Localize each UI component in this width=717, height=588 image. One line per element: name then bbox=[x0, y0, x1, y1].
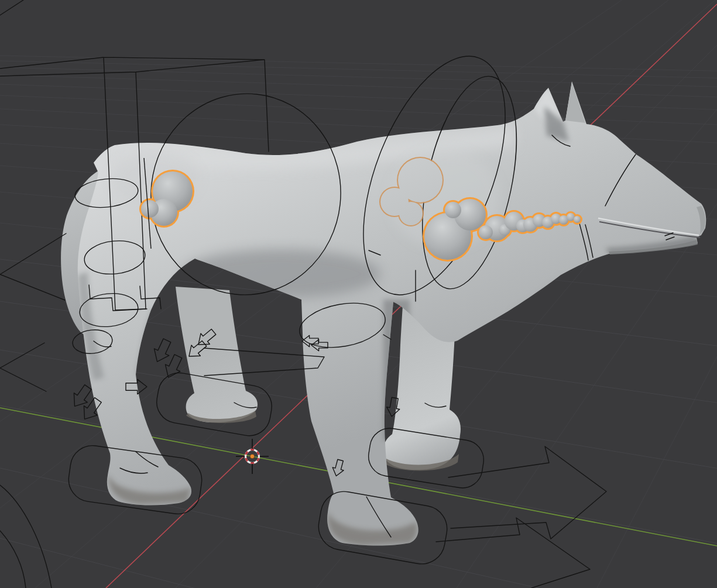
cursor-center-dot bbox=[250, 454, 255, 459]
viewport[interactable] bbox=[0, 0, 717, 588]
